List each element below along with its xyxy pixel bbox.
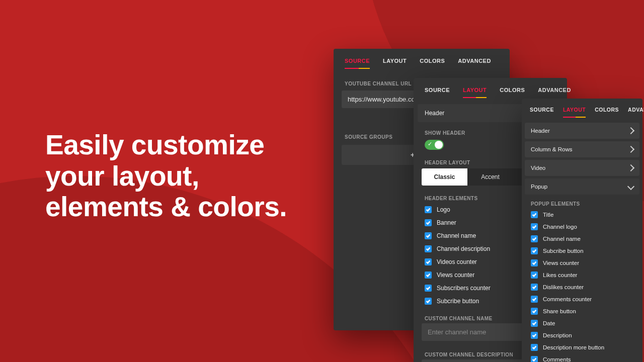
checkbox-option[interactable]: Likes counter	[531, 269, 633, 281]
checkbox-option[interactable]: Channel logo	[531, 221, 633, 233]
tab-colors[interactable]: COLORS	[595, 107, 619, 118]
settings-panel-layout-popup: SOURCE LAYOUT COLORS ADVANCED Header Col…	[522, 99, 642, 362]
tab-layout[interactable]: LAYOUT	[563, 107, 586, 118]
checkbox-label: Description	[543, 332, 572, 338]
seg-classic[interactable]: Classic	[422, 168, 467, 186]
chevron-right-icon	[627, 146, 634, 153]
checkbox-icon	[425, 206, 432, 213]
checkbox-label: Subcribe button	[437, 298, 479, 305]
checkbox-label: Share button	[543, 308, 576, 314]
checkbox-label: Title	[543, 212, 553, 218]
popup-elements-list: TitleChannel logoChannel nameSubcribe bu…	[522, 209, 642, 362]
chevron-down-icon	[627, 183, 634, 190]
checkbox-icon	[531, 320, 538, 327]
tabs: SOURCE LAYOUT COLORS ADVANCED	[522, 99, 642, 123]
checkbox-option[interactable]: Dislikes counter	[531, 281, 633, 293]
checkbox-option[interactable]: Title	[531, 209, 633, 221]
group-label: Header	[531, 128, 550, 134]
checkbox-icon	[531, 308, 538, 315]
checkbox-label: Channel name	[437, 232, 476, 239]
label-popup-elements: POPUP ELEMENTS	[522, 197, 642, 209]
tab-advanced[interactable]: ADVANCED	[458, 58, 491, 69]
checkbox-option[interactable]: Views counter	[531, 257, 633, 269]
checkbox-icon	[531, 356, 538, 362]
checkbox-icon	[531, 332, 538, 339]
group-video[interactable]: Video	[525, 160, 639, 176]
checkbox-label: Date	[543, 320, 555, 326]
checkbox-icon	[531, 211, 538, 218]
chevron-right-icon	[627, 127, 634, 134]
checkbox-icon	[531, 344, 538, 351]
tab-advanced[interactable]: ADVANCED	[538, 87, 571, 98]
checkbox-option[interactable]: Subcribe button	[531, 245, 633, 257]
checkbox-label: Channel description	[437, 245, 490, 252]
checkbox-icon	[531, 284, 538, 291]
tabs: SOURCE LAYOUT COLORS ADVANCED	[334, 49, 510, 75]
checkbox-icon	[531, 272, 538, 279]
checkbox-icon	[425, 245, 432, 252]
checkbox-label: Dislikes counter	[543, 284, 584, 290]
checkbox-label: Description more button	[543, 344, 604, 350]
checkbox-icon	[425, 219, 432, 226]
toggle-show-header[interactable]	[425, 140, 444, 150]
tab-colors[interactable]: COLORS	[500, 87, 525, 98]
checkbox-label: Subscribers counter	[437, 285, 491, 292]
checkbox-label: Comments	[543, 356, 571, 362]
group-label: Popup	[531, 184, 547, 190]
tab-layout[interactable]: LAYOUT	[463, 87, 487, 98]
checkbox-label: Views counter	[437, 272, 474, 279]
checkbox-option[interactable]: Comments	[531, 353, 633, 362]
checkbox-icon	[531, 235, 538, 242]
checkbox-icon	[425, 258, 432, 265]
group-header[interactable]: Header	[525, 123, 639, 139]
group-label: Video	[531, 165, 545, 171]
checkbox-icon	[425, 285, 432, 292]
group-columns-rows[interactable]: Column & Rows	[525, 141, 639, 157]
marketing-headline: Easily customize your layout, elements &…	[45, 130, 307, 223]
checkbox-option[interactable]: Channel name	[531, 233, 633, 245]
checkbox-label: Subcribe button	[543, 248, 584, 254]
checkbox-option[interactable]: Date	[531, 317, 633, 329]
group-label: Header	[425, 110, 444, 117]
checkbox-icon	[425, 232, 432, 239]
checkbox-label: Videos counter	[437, 258, 477, 265]
checkbox-icon	[531, 223, 538, 230]
checkbox-label: Channel name	[543, 236, 581, 242]
tab-advanced[interactable]: ADVANCED	[628, 107, 644, 118]
checkbox-option[interactable]: Share button	[531, 305, 633, 317]
chevron-right-icon	[627, 164, 634, 171]
checkbox-label: Channel logo	[543, 224, 577, 230]
checkbox-label: Banner	[437, 219, 456, 226]
tab-colors[interactable]: COLORS	[420, 58, 445, 69]
tab-source[interactable]: SOURCE	[530, 107, 554, 118]
checkbox-icon	[425, 298, 432, 305]
checkbox-icon	[531, 259, 538, 266]
checkbox-label: Logo	[437, 206, 450, 213]
checkbox-icon	[425, 272, 432, 279]
seg-accent[interactable]: Accent	[467, 168, 513, 186]
checkbox-option[interactable]: Description more button	[531, 341, 633, 353]
checkbox-label: Likes counter	[543, 272, 577, 278]
checkbox-option[interactable]: Comments counter	[531, 293, 633, 305]
tab-layout[interactable]: LAYOUT	[383, 58, 407, 69]
checkbox-label: Views counter	[543, 260, 579, 266]
group-popup[interactable]: Popup	[525, 178, 639, 195]
checkbox-icon	[531, 247, 538, 254]
group-label: Column & Rows	[531, 146, 572, 152]
checkbox-option[interactable]: Description	[531, 329, 633, 341]
checkbox-icon	[531, 296, 538, 303]
checkbox-label: Comments counter	[543, 296, 592, 302]
tab-source[interactable]: SOURCE	[425, 87, 450, 98]
tab-source[interactable]: SOURCE	[345, 58, 370, 69]
